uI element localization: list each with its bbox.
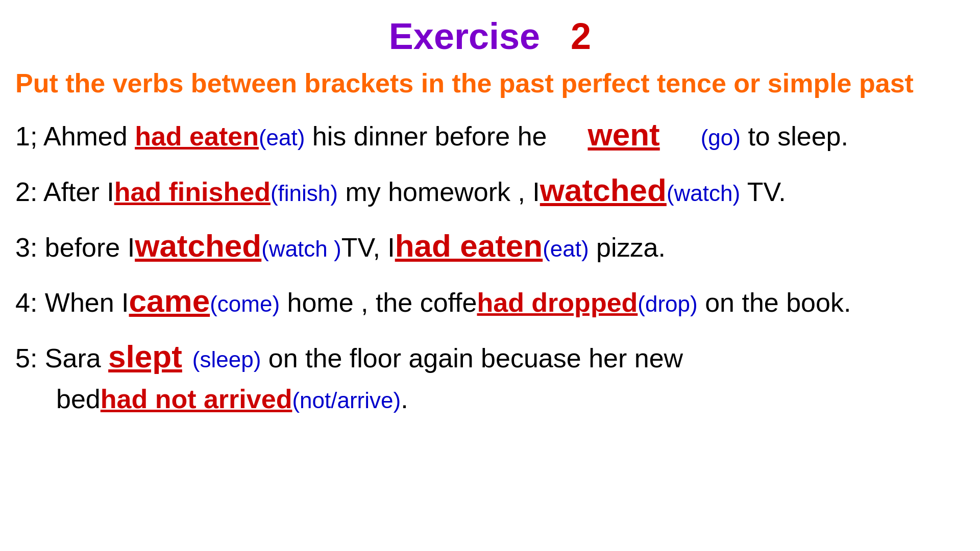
title-text: Exercise <box>389 16 540 57</box>
ex5-paren1: (sleep) <box>192 347 261 372</box>
ex5-number: 5 <box>15 343 30 373</box>
page-title: Exercise 2 <box>10 15 970 57</box>
ex2-answer2: watched <box>540 172 667 208</box>
ex4-answer2: had dropped <box>477 288 638 317</box>
ex2-paren1: (finish) <box>271 181 338 206</box>
ex2-part3: TV. <box>740 177 786 207</box>
ex3-answer2: had eaten <box>395 228 543 263</box>
ex3-answer1: watched <box>135 228 261 263</box>
ex4-number: 4 <box>15 288 30 317</box>
ex2-number: 2 <box>15 177 30 207</box>
exercise-1: 1; Ahmed had eaten(eat) his dinner befor… <box>15 114 970 156</box>
ex5-answer2: had not arrived <box>101 384 292 414</box>
ex1-paren1: (eat) <box>259 125 305 150</box>
instruction-text: Put the verbs between brackets in the pa… <box>10 67 914 99</box>
ex1-number: 1 <box>15 121 30 151</box>
ex5-line2: bedhad not arrived(not/arrive). <box>15 382 970 417</box>
ex3-number: 3 <box>15 233 30 262</box>
ex3-part3: pizza. <box>589 233 666 262</box>
ex4-paren1: (come) <box>210 291 280 316</box>
ex5-part1: : Sara <box>30 343 108 373</box>
ex4-part3: on the book. <box>698 288 851 317</box>
exercise-3: 3: before Iwatched(watch )TV, Ihad eaten… <box>15 226 970 267</box>
ex4-part1: : When I <box>30 288 129 317</box>
ex3-paren2: (eat) <box>543 236 589 261</box>
ex3-part2: TV, I <box>341 233 395 262</box>
ex5-part2: on the floor again becuase her new <box>261 343 683 373</box>
ex4-paren2: (drop) <box>638 291 697 316</box>
page-container: Exercise 2 Put the verbs between bracket… <box>0 0 980 551</box>
ex1-part3: to sleep. <box>741 121 848 151</box>
ex5-paren2: (not/arrive) <box>292 388 401 413</box>
ex1-part2: his dinner before he <box>305 121 547 151</box>
ex1-answer2: went <box>587 117 659 152</box>
ex4-answer1: came <box>129 283 210 318</box>
title-number: 2 <box>571 16 591 57</box>
ex5-end: . <box>401 384 408 414</box>
ex2-part2: my homework , I <box>338 177 540 207</box>
exercise-2: 2: After Ihad finished(finish) my homewo… <box>15 170 970 211</box>
ex2-paren2: (watch) <box>667 181 740 206</box>
ex1-part1: ; Ahmed <box>30 121 135 151</box>
exercise-4: 4: When Icame(come) home , the coffehad … <box>15 281 970 322</box>
exercise-5: 5: Sara slept(sleep) on the floor again … <box>15 336 970 417</box>
exercises-container: 1; Ahmed had eaten(eat) his dinner befor… <box>10 114 970 422</box>
ex5-bed: bed <box>56 384 101 414</box>
ex2-part1: : After I <box>30 177 114 207</box>
ex1-paren2: (go) <box>701 125 741 150</box>
ex3-paren1: (watch ) <box>261 236 341 261</box>
ex1-answer1: had eaten <box>135 121 259 151</box>
ex2-answer1: had finished <box>114 177 271 207</box>
ex3-part1: : before I <box>30 233 135 262</box>
ex4-part2: home , the coffe <box>280 288 477 317</box>
ex5-answer1: slept <box>108 339 182 374</box>
ex5-line1: 5: Sara slept(sleep) on the floor again … <box>15 336 970 378</box>
